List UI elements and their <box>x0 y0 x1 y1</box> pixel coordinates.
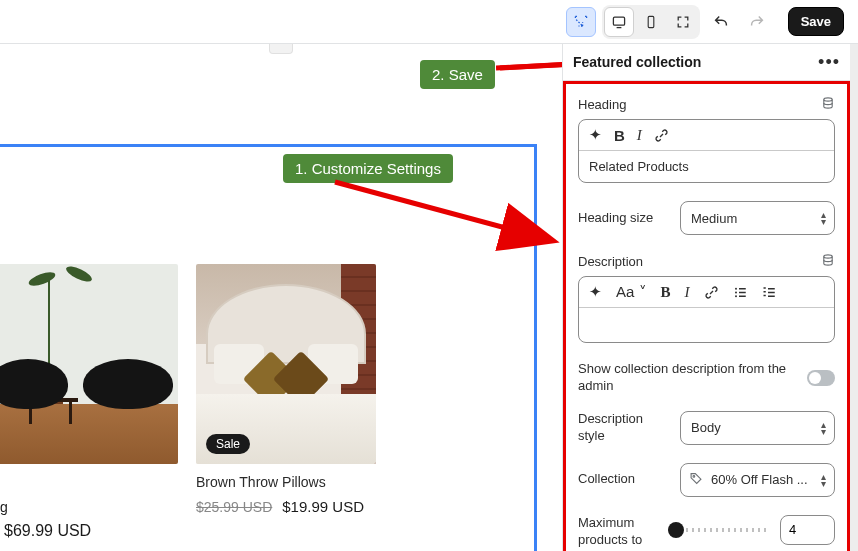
heading-input[interactable]: Related Products <box>579 151 834 182</box>
collection-picker[interactable]: 60% Off Flash ... ▴▾ <box>680 463 835 497</box>
sale-badge: Sale <box>206 434 250 454</box>
svg-line-4 <box>496 54 562 68</box>
product-price: $25.99 USD$19.99 USD <box>196 498 376 515</box>
svg-point-5 <box>824 98 832 101</box>
price-original: $25.99 USD <box>196 499 272 515</box>
italic-button[interactable]: I <box>685 284 690 301</box>
desktop-view-button[interactable] <box>604 7 634 37</box>
svg-rect-16 <box>763 287 765 289</box>
price-sale: $19.99 USD <box>282 498 364 515</box>
max-products-slider[interactable] <box>668 528 770 532</box>
product-image: Sale <box>196 264 376 464</box>
heading-size-select[interactable]: Medium ▴▾ <box>680 201 835 235</box>
save-button[interactable]: Save <box>788 7 844 36</box>
product-title: Brown Throw Pillows <box>196 474 376 490</box>
dynamic-source-icon[interactable] <box>821 253 835 270</box>
theme-preview[interactable]: Sale Brown Throw Pillows $25.99 USD$19.9… <box>0 44 562 551</box>
description-style-select[interactable]: Body ▴▾ <box>680 411 835 445</box>
redo-button[interactable] <box>742 7 772 37</box>
svg-point-6 <box>824 255 832 258</box>
svg-rect-1 <box>648 16 654 27</box>
editor-main: Sale Brown Throw Pillows $25.99 USD$19.9… <box>0 44 858 551</box>
mobile-view-button[interactable] <box>636 7 666 37</box>
svg-rect-8 <box>739 288 746 290</box>
bold-button[interactable]: B <box>614 127 625 144</box>
svg-rect-0 <box>613 17 624 25</box>
chevron-updown-icon: ▴▾ <box>821 473 826 487</box>
description-editor[interactable]: ✦ Aa ˅ B I <box>578 276 835 343</box>
tag-icon <box>689 471 703 488</box>
product-image <box>0 264 178 464</box>
svg-line-3 <box>335 182 550 240</box>
product-card[interactable] <box>0 264 178 515</box>
link-button[interactable] <box>654 128 669 143</box>
svg-rect-18 <box>763 294 765 296</box>
svg-rect-14 <box>768 291 775 293</box>
sparkle-icon[interactable]: ✦ <box>589 283 602 301</box>
product-grid: Sale Brown Throw Pillows $25.99 USD$19.9… <box>0 264 376 515</box>
max-products-input[interactable]: 4 <box>780 515 835 545</box>
product-price: $69.99 USD <box>4 522 91 540</box>
svg-rect-13 <box>768 288 775 290</box>
description-style-label: Description style <box>578 411 670 445</box>
rte-toolbar: ✦ B I <box>579 120 834 151</box>
viewport-switcher <box>602 5 700 39</box>
panel-title: Featured collection <box>573 54 701 70</box>
settings-panel: Featured collection ••• Heading ✦ B I <box>562 44 858 551</box>
svg-point-9 <box>735 291 737 293</box>
panel-body: Heading ✦ B I Related Products Headin <box>563 81 850 551</box>
slider-thumb-icon[interactable] <box>668 522 684 538</box>
svg-rect-12 <box>739 295 746 297</box>
collection-label: Collection <box>578 471 670 488</box>
svg-point-11 <box>735 295 737 297</box>
panel-header: Featured collection ••• <box>563 44 850 81</box>
annotation-arrow-icon <box>0 44 562 284</box>
heading-size-label: Heading size <box>578 210 670 227</box>
bold-button[interactable]: B <box>661 284 671 301</box>
description-input[interactable] <box>579 308 834 342</box>
svg-rect-17 <box>763 291 765 293</box>
scrollbar[interactable] <box>850 44 858 551</box>
show-desc-toggle[interactable] <box>807 370 835 386</box>
chevron-updown-icon: ▴▾ <box>821 421 826 435</box>
description-label: Description <box>578 254 643 269</box>
heading-label: Heading <box>578 97 626 112</box>
link-button[interactable] <box>704 285 719 300</box>
svg-point-19 <box>693 475 695 477</box>
fullscreen-view-button[interactable] <box>668 7 698 37</box>
chevron-updown-icon: ▴▾ <box>821 211 826 225</box>
numbered-list-button[interactable] <box>762 285 777 300</box>
heading-editor[interactable]: ✦ B I Related Products <box>578 119 835 183</box>
max-products-label: Maximum products to show <box>578 515 658 551</box>
svg-rect-10 <box>739 291 746 293</box>
show-desc-label: Show collection description from the adm… <box>578 361 797 395</box>
dynamic-source-icon[interactable] <box>821 96 835 113</box>
inspector-mode-button[interactable] <box>566 7 596 37</box>
sparkle-icon[interactable]: ✦ <box>589 126 602 144</box>
panel-more-button[interactable]: ••• <box>818 52 840 73</box>
bullet-list-button[interactable] <box>733 285 748 300</box>
svg-rect-15 <box>768 295 775 297</box>
undo-button[interactable] <box>706 7 736 37</box>
product-card[interactable]: Sale Brown Throw Pillows $25.99 USD$19.9… <box>196 264 376 515</box>
italic-button[interactable]: I <box>637 127 642 144</box>
annotation-arrow-icon <box>496 48 562 78</box>
font-size-button[interactable]: Aa ˅ <box>616 283 647 301</box>
truncated-title: g <box>0 499 8 515</box>
rte-toolbar: ✦ Aa ˅ B I <box>579 277 834 308</box>
editor-topbar: Save <box>0 0 858 44</box>
svg-point-7 <box>735 287 737 289</box>
